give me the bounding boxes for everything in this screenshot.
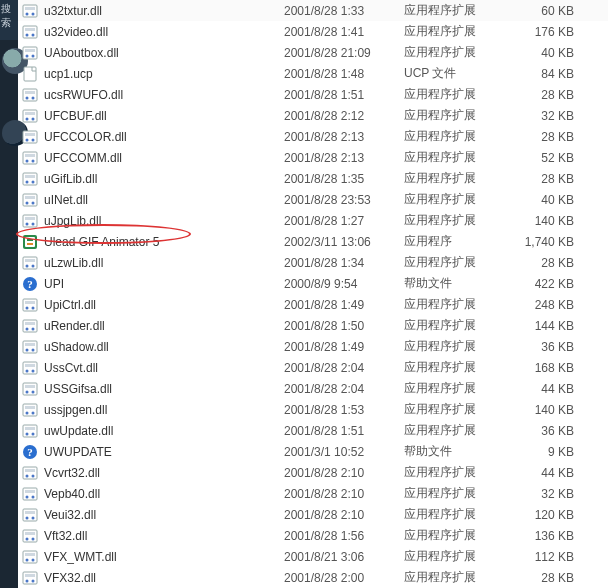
file-row[interactable]: UAboutbox.dll2001/8/28 21:09应用程序扩展40 KB xyxy=(0,42,608,63)
dll-icon xyxy=(22,318,38,334)
file-name: UFCCOMM.dll xyxy=(44,151,284,165)
svg-rect-13 xyxy=(23,89,37,101)
file-row[interactable]: UpiCtrl.dll2001/8/28 1:49应用程序扩展248 KB xyxy=(0,294,608,315)
file-name: uwUpdate.dll xyxy=(44,424,284,438)
file-name: uINet.dll xyxy=(44,193,284,207)
file-row[interactable]: VFX_WMT.dll2001/8/21 3:06应用程序扩展112 KB xyxy=(0,546,608,567)
svg-point-95 xyxy=(26,537,29,540)
file-row[interactable]: ucsRWUFO.dll2001/8/28 1:51应用程序扩展28 KB xyxy=(0,84,608,105)
file-date: 2001/8/28 1:41 xyxy=(284,25,404,39)
svg-rect-101 xyxy=(23,572,37,584)
file-type: 应用程序扩展 xyxy=(404,527,504,544)
file-row[interactable]: ucp1.ucp2001/8/28 1:48UCP 文件84 KB xyxy=(0,63,608,84)
file-row[interactable]: ussjpgen.dll2001/8/28 1:53应用程序扩展140 KB xyxy=(0,399,608,420)
file-row[interactable]: Veui32.dll2001/8/28 2:10应用程序扩展120 KB xyxy=(0,504,608,525)
file-row[interactable]: USSGifsa.dll2001/8/28 2:04应用程序扩展44 KB xyxy=(0,378,608,399)
file-row[interactable]: uRender.dll2001/8/28 1:50应用程序扩展144 KB xyxy=(0,315,608,336)
file-name: UAboutbox.dll xyxy=(44,46,284,60)
svg-point-58 xyxy=(32,327,35,330)
svg-point-36 xyxy=(32,201,35,204)
svg-rect-72 xyxy=(25,406,35,409)
file-row[interactable]: UssCvt.dll2001/8/28 2:04应用程序扩展168 KB xyxy=(0,357,608,378)
file-type: 应用程序扩展 xyxy=(404,128,504,145)
file-type: 应用程序扩展 xyxy=(404,149,504,166)
file-row[interactable]: uwUpdate.dll2001/8/28 1:51应用程序扩展36 KB xyxy=(0,420,608,441)
svg-rect-4 xyxy=(23,26,37,38)
file-row[interactable]: uShadow.dll2001/8/28 1:49应用程序扩展36 KB xyxy=(0,336,608,357)
file-type: 应用程序扩展 xyxy=(404,317,504,334)
file-name: Vepb40.dll xyxy=(44,487,284,501)
file-row[interactable]: UFCCOLOR.dll2001/8/28 2:13应用程序扩展28 KB xyxy=(0,126,608,147)
file-date: 2001/8/28 1:48 xyxy=(284,67,404,81)
file-row[interactable]: uGifLib.dll2001/8/28 1:35应用程序扩展28 KB xyxy=(0,168,608,189)
svg-point-32 xyxy=(32,180,35,183)
file-date: 2001/8/28 2:12 xyxy=(284,109,404,123)
svg-rect-52 xyxy=(25,301,35,304)
file-type: 应用程序扩展 xyxy=(404,569,504,586)
svg-rect-38 xyxy=(25,217,35,220)
svg-rect-12 xyxy=(24,67,36,81)
svg-rect-29 xyxy=(23,173,37,185)
file-size: 40 KB xyxy=(504,46,584,60)
svg-point-100 xyxy=(32,558,35,561)
file-row[interactable]: Vepb40.dll2001/8/28 2:10应用程序扩展32 KB xyxy=(0,483,608,504)
file-row[interactable]: Vft32.dll2001/8/28 1:56应用程序扩展136 KB xyxy=(0,525,608,546)
file-date: 2001/8/28 1:34 xyxy=(284,256,404,270)
file-size: 28 KB xyxy=(504,571,584,585)
svg-rect-25 xyxy=(23,152,37,164)
svg-rect-55 xyxy=(23,320,37,332)
file-row[interactable]: UFCBUF.dll2001/8/28 2:12应用程序扩展32 KB xyxy=(0,105,608,126)
file-row[interactable]: u32txtur.dll2001/8/28 1:33应用程序扩展60 KB xyxy=(0,0,608,21)
svg-rect-97 xyxy=(23,551,37,563)
file-type: 应用程序扩展 xyxy=(404,191,504,208)
svg-point-92 xyxy=(32,516,35,519)
svg-point-74 xyxy=(32,411,35,414)
file-name: u32txtur.dll xyxy=(44,4,284,18)
file-type: 应用程序扩展 xyxy=(404,212,504,229)
file-name: USSGifsa.dll xyxy=(44,382,284,396)
svg-point-103 xyxy=(26,579,29,582)
svg-point-19 xyxy=(26,117,29,120)
file-row[interactable]: ?UPI2000/8/9 9:54帮助文件422 KB xyxy=(0,273,608,294)
file-size: 248 KB xyxy=(504,298,584,312)
svg-point-53 xyxy=(26,306,29,309)
file-type: 应用程序扩展 xyxy=(404,86,504,103)
file-row[interactable]: uLzwLib.dll2001/8/28 1:34应用程序扩展28 KB xyxy=(0,252,608,273)
file-row[interactable]: uJpgLib.dll2001/8/28 1:27应用程序扩展140 KB xyxy=(0,210,608,231)
file-name: Ulead GIF Animator 5 xyxy=(44,235,284,249)
svg-rect-18 xyxy=(25,112,35,115)
file-size: 32 KB xyxy=(504,487,584,501)
dll-icon xyxy=(22,423,38,439)
file-name: ussjpgen.dll xyxy=(44,403,284,417)
file-row[interactable]: UFCCOMM.dll2001/8/28 2:13应用程序扩展52 KB xyxy=(0,147,608,168)
svg-rect-43 xyxy=(27,239,33,241)
file-row[interactable]: uINet.dll2001/8/28 23:53应用程序扩展40 KB xyxy=(0,189,608,210)
file-name: Veui32.dll xyxy=(44,508,284,522)
svg-point-77 xyxy=(26,432,29,435)
file-row[interactable]: Vcvrt32.dll2001/8/28 2:10应用程序扩展44 KB xyxy=(0,462,608,483)
file-date: 2001/8/28 2:10 xyxy=(284,508,404,522)
dll-icon xyxy=(22,129,38,145)
file-type: 应用程序扩展 xyxy=(404,170,504,187)
svg-point-61 xyxy=(26,348,29,351)
svg-rect-98 xyxy=(25,553,35,556)
svg-rect-5 xyxy=(25,28,35,31)
file-row[interactable]: u32video.dll2001/8/28 1:41应用程序扩展176 KB xyxy=(0,21,608,42)
file-type: 应用程序扩展 xyxy=(404,485,504,502)
file-date: 2001/8/28 23:53 xyxy=(284,193,404,207)
file-size: 112 KB xyxy=(504,550,584,564)
dll-icon xyxy=(22,528,38,544)
file-row[interactable]: VFX32.dll2001/8/28 2:00应用程序扩展28 KB xyxy=(0,567,608,588)
svg-rect-34 xyxy=(25,196,35,199)
file-date: 2001/8/28 2:00 xyxy=(284,571,404,585)
file-name: uJpgLib.dll xyxy=(44,214,284,228)
svg-point-83 xyxy=(26,474,29,477)
file-name: VFX32.dll xyxy=(44,571,284,585)
svg-rect-86 xyxy=(25,490,35,493)
svg-text:?: ? xyxy=(27,278,33,290)
svg-rect-76 xyxy=(25,427,35,430)
file-row[interactable]: Ulead GIF Animator 52002/3/11 13:06应用程序1… xyxy=(0,231,608,252)
file-row[interactable]: ?UWUPDATE2001/3/1 10:52帮助文件9 KB xyxy=(0,441,608,462)
svg-point-23 xyxy=(26,138,29,141)
file-type: UCP 文件 xyxy=(404,65,504,82)
